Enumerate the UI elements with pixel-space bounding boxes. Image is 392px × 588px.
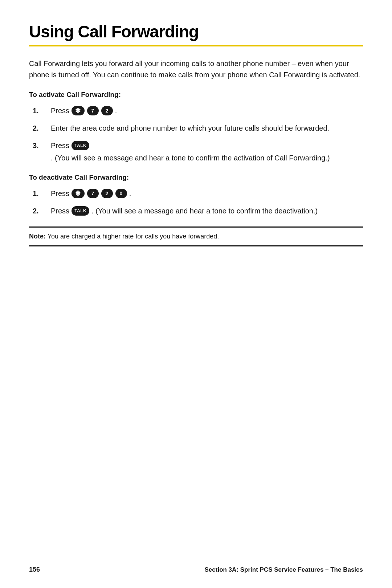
deactivate-key-2: 2 [101,189,113,198]
activate-heading: To activate Call Forwarding: [29,91,363,99]
note-text: You are charged a higher rate for calls … [48,233,219,240]
deactivate-heading: To deactivate Call Forwarding: [29,173,363,181]
deactivate-step-2-keys: TALK [71,206,90,216]
deactivate-step-number-1: 1. [33,188,51,199]
activate-steps-list: 1. Press ✱ 7 2 . 2. Enter the area code … [29,105,363,163]
title-underline [29,45,363,46]
activate-step-2: 2. Enter the area code and phone number … [33,123,363,134]
page-footer: 156 Section 3A: Sprint PCS Service Featu… [29,566,363,573]
deactivate-key-star: ✱ [72,189,85,198]
step-3-text: . (You will see a message and hear a ton… [51,152,330,163]
deactivate-step-2-text: . (You will see a message and hear a ton… [91,205,318,216]
key-talk-2: TALK [72,206,89,216]
footer-section-text: Section 3A: Sprint PCS Service Features … [205,566,363,573]
page-title: Using Call Forwarding [29,22,363,41]
deactivate-key-0: 0 [115,189,127,198]
step-1-keys: ✱ 7 2 [71,106,114,115]
activate-step-3: 3. Press TALK . (You will see a message … [33,140,363,163]
deactivate-step-1-press-label: Press [51,188,69,199]
step-3-content: Press TALK . (You will see a message and… [51,140,363,163]
step-1-period: . [115,105,117,116]
deactivate-step-2-content: Press TALK . (You will see a message and… [51,205,363,216]
key-7: 7 [87,106,99,115]
deactivate-step-1: 1. Press ✱ 7 2 0 . [33,188,363,199]
page-container: Using Call Forwarding Call Forwarding le… [0,0,392,588]
deactivate-step-number-2: 2. [33,205,51,216]
activate-step-1: 1. Press ✱ 7 2 . [33,105,363,116]
deactivate-step-2: 2. Press TALK . (You will see a message … [33,205,363,216]
step-number-2: 2. [33,123,51,134]
note-label: Note: [29,233,46,240]
step-2-content: Enter the area code and phone number to … [51,123,363,134]
deactivate-step-1-period: . [129,188,131,199]
deactivate-key-7: 7 [87,189,99,198]
deactivate-step-1-keys: ✱ 7 2 0 [71,189,128,198]
deactivate-steps-list: 1. Press ✱ 7 2 0 . 2. Press TALK . (You … [29,188,363,216]
step-1-content: Press ✱ 7 2 . [51,105,363,116]
key-star: ✱ [72,106,85,115]
note-box: Note: You are charged a higher rate for … [29,226,363,246]
step-number-1: 1. [33,105,51,116]
step-1-press-label: Press [51,105,69,116]
step-3-press-label: Press [51,140,69,151]
deactivate-step-2-press-label: Press [51,205,69,216]
deactivate-step-1-content: Press ✱ 7 2 0 . [51,188,363,199]
step-number-3: 3. [33,140,51,151]
footer-page-number: 156 [29,566,40,573]
key-talk-1: TALK [72,141,89,150]
step-3-keys: TALK [71,141,90,150]
key-2: 2 [101,106,113,115]
intro-paragraph: Call Forwarding lets you forward all you… [29,58,363,81]
